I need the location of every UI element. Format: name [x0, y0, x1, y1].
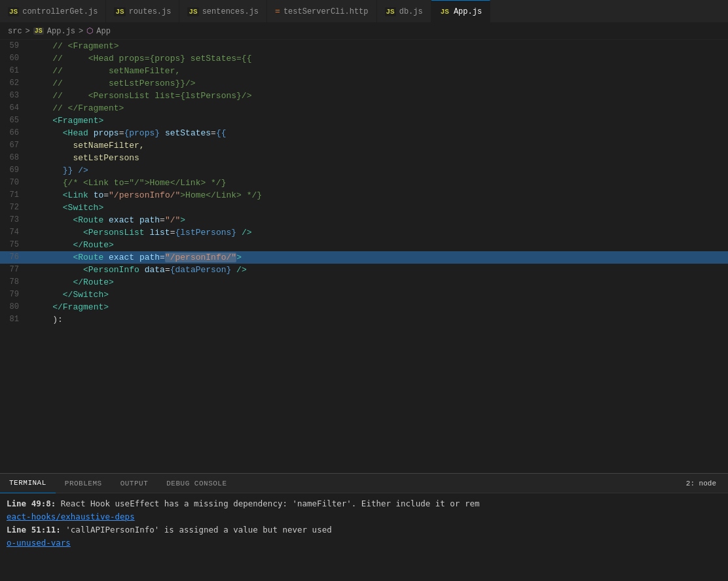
code-token: {props}: [124, 128, 160, 138]
code-token: <PersonsList: [83, 228, 145, 238]
code-token: path: [139, 215, 160, 225]
terminal-tab-debug-console[interactable]: DEBUG CONSOLE: [157, 474, 236, 493]
tab-App[interactable]: JSApp.js: [431, 0, 490, 23]
line-content: ):: [29, 313, 728, 326]
line-row: 78 </Route>: [0, 276, 728, 289]
tab-db[interactable]: JSdb.js: [377, 0, 431, 23]
terminal-text: 'callAPIPersonInfo' is assigned a value …: [61, 525, 332, 535]
line-content: // setNameFilter,: [29, 65, 728, 77]
code-token: [134, 253, 139, 262]
line-number: 73: [0, 214, 29, 226]
node-badge: 2: node: [681, 478, 721, 489]
line-row: 77 <PersonInfo data={dataPerson} />: [0, 264, 728, 276]
code-token: />: [236, 228, 251, 238]
line-number: 60: [0, 52, 29, 65]
line-content: // </Fragment>: [29, 102, 728, 114]
code-token: />: [231, 265, 246, 275]
code-token: [32, 290, 63, 300]
terminal-line: Line 51:11: 'callAPIPersonInfo' is assig…: [7, 523, 721, 537]
code-token: <Fragment>: [52, 116, 103, 126]
tab-sentences[interactable]: JSsentences.js: [179, 0, 267, 23]
code-table: 59 // <Fragment>60 // <Head props={props…: [0, 40, 728, 326]
line-content: <PersonsList list={lstPersons} />: [29, 226, 728, 239]
code-token: setStates: [165, 128, 211, 138]
line-row: 76 <Route exact path="/personInfo/">: [0, 251, 728, 264]
code-token: <Route: [73, 253, 103, 262]
line-content: </Route>: [29, 239, 728, 251]
code-token: =: [160, 215, 165, 225]
tab-label-sentences: sentences.js: [202, 7, 259, 16]
breadcrumb-src: src: [8, 27, 22, 36]
code-token: [32, 190, 63, 200]
line-number: 70: [0, 177, 29, 189]
code-token: list: [149, 228, 170, 238]
line-row: 70 {/* <Link to="/">Home</Link> */}: [0, 177, 728, 189]
code-token: =: [103, 190, 109, 200]
line-row: 79 </Switch>: [0, 289, 728, 301]
code-token: setNameFilter,: [73, 141, 144, 150]
code-token: =: [211, 128, 216, 138]
code-token: data: [145, 265, 165, 275]
line-number: 61: [0, 65, 29, 77]
line-row: 74 <PersonsList list={lstPersons} />: [0, 226, 728, 239]
code-token: "/": [165, 215, 180, 225]
line-content: // <Fragment>: [29, 40, 728, 52]
code-token: {{: [216, 128, 227, 138]
line-row: 65 <Fragment>: [0, 114, 728, 127]
tab-label-App: App.js: [454, 7, 482, 16]
terminal-line: o-unused-vars: [7, 537, 721, 550]
tab-controllerGet[interactable]: JScontrollerGet.js: [0, 0, 106, 23]
tab-testServerCli[interactable]: =testServerCli.http: [267, 0, 376, 23]
code-token: >: [180, 215, 185, 225]
line-row: 67 setNameFilter,: [0, 139, 728, 152]
terminal-content[interactable]: Line 49:8: React Hook useEffect has a mi…: [0, 493, 728, 581]
line-content: <Route exact path="/">: [29, 214, 728, 226]
terminal-tab-problems[interactable]: PROBLEMS: [56, 474, 111, 493]
line-content: </Route>: [29, 276, 728, 289]
line-row: 60 // <Head props={props} setStates={{: [0, 52, 728, 65]
terminal-text[interactable]: o-unused-vars: [7, 538, 71, 548]
line-number: 81: [0, 313, 29, 326]
code-token: {dataPerson}: [170, 265, 232, 275]
terminal-text: Line 49:8:: [7, 499, 56, 508]
tab-icon-App: JS: [439, 7, 450, 16]
code-token: // <Fragment>: [32, 41, 119, 51]
code-token: // setNameFilter,: [32, 66, 180, 76]
line-number: 65: [0, 114, 29, 127]
code-token: [32, 128, 63, 138]
tab-icon-sentences: JS: [187, 7, 198, 16]
line-row: 80 </Fragment>: [0, 301, 728, 313]
code-token: // <PersonsList list={lstPersons}/>: [32, 91, 251, 101]
code-scroll[interactable]: 59 // <Fragment>60 // <Head props={props…: [0, 40, 728, 473]
code-token: <Head: [63, 128, 88, 138]
breadcrumb-sep2: >: [79, 27, 83, 36]
terminal-panel: TERMINALPROBLEMSOUTPUTDEBUG CONSOLE2: no…: [0, 473, 728, 581]
code-token: <Link: [63, 190, 88, 200]
code-token: {/* <Link to="/">Home</Link> */}: [63, 178, 227, 188]
line-row: 63 // <PersonsList list={lstPersons}/>: [0, 90, 728, 102]
code-token: <PersonInfo: [83, 265, 139, 275]
code-token: [88, 128, 94, 138]
line-number: 72: [0, 202, 29, 214]
tab-routes[interactable]: JSroutes.js: [106, 0, 179, 23]
tab-icon-db: JS: [385, 7, 396, 16]
code-token: </Route>: [73, 277, 113, 287]
terminal-tab-terminal[interactable]: TERMINAL: [0, 474, 56, 493]
line-number: 69: [0, 164, 29, 177]
code-token: "/personInfo/": [109, 190, 180, 200]
line-content: setNameFilter,: [29, 139, 728, 152]
line-content: setLstPersons: [29, 152, 728, 164]
tab-icon-controllerGet: JS: [8, 7, 19, 16]
code-token: [32, 240, 73, 250]
line-content: <PersonInfo data={dataPerson} />: [29, 264, 728, 276]
terminal-text[interactable]: eact-hooks/exhaustive-deps: [7, 512, 135, 521]
line-number: 71: [0, 189, 29, 202]
terminal-tab-output[interactable]: OUTPUT: [111, 474, 158, 493]
code-token: ):: [32, 315, 63, 325]
code-token: [134, 215, 139, 225]
code-token: path: [139, 253, 160, 262]
code-token: {lstPersons}: [175, 228, 236, 238]
line-number: 64: [0, 102, 29, 114]
code-token: to: [94, 190, 104, 200]
line-row: 75 </Route>: [0, 239, 728, 251]
